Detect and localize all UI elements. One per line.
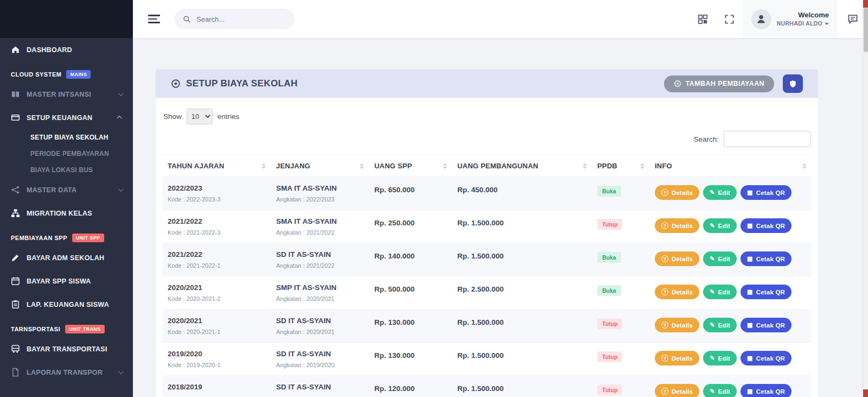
fullscreen-icon bbox=[724, 14, 735, 24]
cetak-qr-button[interactable]: ▦Cetak QR bbox=[741, 351, 792, 366]
details-button[interactable]: ?Details bbox=[655, 384, 699, 397]
qr-code-icon: ▦ bbox=[747, 256, 753, 262]
cell-uang-pembangunan: Rp. 450.000 bbox=[452, 177, 592, 210]
cetak-qr-button[interactable]: ▦Cetak QR bbox=[741, 251, 792, 266]
user-menu[interactable]: Welcome NURHADI ALDO bbox=[743, 0, 838, 38]
cetak-qr-button[interactable]: ▦Cetak QR bbox=[741, 318, 792, 332]
vertical-scrollbar[interactable] bbox=[863, 0, 868, 397]
cell-ppdb: Tutup bbox=[592, 343, 649, 376]
cell-uang-spp: Rp. 140.000 bbox=[369, 243, 452, 276]
edit-button[interactable]: ✎Edit bbox=[703, 285, 737, 299]
sidebar-item-label: LAPORAN TRANSPOR bbox=[27, 369, 103, 376]
column-header-info[interactable]: INFO bbox=[649, 155, 812, 177]
chevron-down-icon bbox=[825, 23, 829, 25]
scroll-up-arrow[interactable] bbox=[863, 0, 868, 8]
sidebar-item-master-data[interactable]: MASTER DATA bbox=[0, 178, 133, 201]
column-header-jenjang[interactable]: JENJANG bbox=[271, 155, 369, 177]
biaya-table: TAHUN AJARANJENJANGUANG SPPUANG PEMBANGU… bbox=[162, 155, 812, 397]
edit-button[interactable]: ✎Edit bbox=[703, 384, 737, 397]
sidebar-item-dashboard[interactable]: DASHBOARD bbox=[0, 38, 133, 61]
hamburger-menu-icon[interactable] bbox=[148, 15, 160, 23]
sidebar-item-master-intsansi[interactable]: MASTER INTSANSI bbox=[0, 83, 133, 106]
column-header-uang-spp[interactable]: UANG SPP bbox=[369, 155, 452, 177]
apps-grid-button[interactable] bbox=[690, 0, 716, 38]
chevron-up-icon bbox=[117, 116, 122, 121]
edit-button[interactable]: ✎Edit bbox=[703, 218, 737, 233]
sort-icon bbox=[802, 163, 807, 169]
sidebar-subitem-biaya-lokasi-bus[interactable]: BIAYA LOKASI BUS bbox=[0, 162, 133, 178]
cell-tahun-ajaran: 2019/2020Kode : 2019-2020-1 bbox=[162, 343, 271, 376]
pen-icon bbox=[11, 253, 20, 262]
setup-biaya-card: SETUP BIAYA SEKOLAH TAMBAH PEMBIAYAAN bbox=[156, 70, 818, 397]
clipboard-icon bbox=[11, 300, 20, 309]
edit-button[interactable]: ✎Edit bbox=[703, 318, 737, 332]
cell-jenjang: SMA IT AS-SYAINAngkatan : 2022/2023 bbox=[271, 177, 369, 210]
scrollbar-thumb[interactable] bbox=[864, 8, 868, 52]
details-button[interactable]: ?Details bbox=[655, 218, 699, 233]
qr-code-icon: ▦ bbox=[747, 190, 753, 196]
details-button[interactable]: ?Details bbox=[655, 285, 699, 299]
cetak-qr-button[interactable]: ▦Cetak QR bbox=[741, 218, 792, 233]
pencil-icon: ✎ bbox=[710, 190, 714, 196]
sidebar-subitem-setup-biaya-sekolah[interactable]: SETUP BIAYA SEKOLAH bbox=[0, 129, 133, 146]
sidebar-subitem-periode-pembayaran[interactable]: PERIODE PEMBAYARAN bbox=[0, 146, 133, 162]
edit-button[interactable]: ✎Edit bbox=[703, 251, 737, 266]
details-button[interactable]: ?Details bbox=[655, 318, 699, 332]
cell-tahun-ajaran: 2022/2023Kode : 2022-2023-3 bbox=[162, 177, 271, 210]
section-label: CLOUD SYSTEM bbox=[11, 71, 61, 78]
cell-uang-spp: Rp. 250.000 bbox=[369, 210, 452, 243]
card-body: Show 10 entries Search: bbox=[156, 98, 818, 397]
shield-icon bbox=[789, 80, 797, 88]
sidebar-item-bayar-spp-siswa[interactable]: BAYAR SPP SISWA bbox=[0, 269, 133, 293]
cell-uang-pembangunan: Rp. 1.500.000 bbox=[452, 343, 592, 376]
page-title: SETUP BIAYA SEKOLAH bbox=[171, 78, 298, 89]
sort-icon bbox=[261, 163, 266, 169]
page-content: SETUP BIAYA SEKOLAH TAMBAH PEMBIAYAAN bbox=[133, 38, 868, 397]
cell-uang-pembangunan: Rp. 2.500.000 bbox=[452, 276, 592, 310]
column-header-ppdb[interactable]: PPDB bbox=[592, 155, 649, 177]
column-header-tahun-ajaran[interactable]: TAHUN AJARAN bbox=[162, 155, 271, 177]
settings-shield-button[interactable] bbox=[783, 74, 803, 93]
qr-code-icon: ▦ bbox=[747, 289, 753, 295]
section-badge: MAINS bbox=[66, 70, 91, 79]
details-button[interactable]: ?Details bbox=[655, 185, 699, 200]
table-search: Search: bbox=[162, 131, 812, 147]
cell-tahun-ajaran: 2018/2019 bbox=[162, 376, 271, 397]
table-search-label: Search: bbox=[693, 135, 719, 143]
sidebar-item-lap-keuangan-siswa[interactable]: LAP. KEUANGAN SISWA bbox=[0, 293, 133, 316]
entries-control: Show 10 entries bbox=[162, 105, 812, 124]
pencil-icon: ✎ bbox=[710, 223, 714, 229]
username-label: NURHADI ALDO bbox=[777, 20, 829, 27]
cell-tahun-ajaran: 2021/2022Kode : 2021-2022-3 bbox=[162, 210, 271, 243]
sidebar-item-bayar-transportasi[interactable]: BAYAR TRANSPORTASI bbox=[0, 337, 133, 361]
scroll-down-arrow[interactable] bbox=[863, 389, 868, 397]
sort-icon bbox=[443, 163, 447, 169]
wallet-icon bbox=[11, 113, 20, 122]
tambah-pembiayaan-button[interactable]: TAMBAH PEMBIAYAAN bbox=[664, 75, 774, 92]
sidebar-item-label: SETUP KEUANGAN bbox=[27, 114, 92, 122]
column-header-uang-pembangunan[interactable]: UANG PEMBANGUNAN bbox=[452, 155, 592, 177]
cetak-qr-button[interactable]: ▦Cetak QR bbox=[741, 285, 792, 299]
page-size-select[interactable]: 10 bbox=[187, 109, 213, 124]
pencil-icon: ✎ bbox=[710, 388, 714, 394]
pencil-icon: ✎ bbox=[710, 256, 714, 262]
cetak-qr-button[interactable]: ▦Cetak QR bbox=[741, 185, 792, 200]
home-icon bbox=[11, 45, 20, 54]
sidebar-section-tarnsportasi: TARNSPORTASIUNIT TRANS bbox=[0, 316, 133, 337]
global-search-input[interactable] bbox=[196, 15, 286, 23]
brand-logo[interactable] bbox=[0, 0, 133, 38]
table-row: 2019/2020Kode : 2019-2020-1SD IT AS-SYAI… bbox=[162, 343, 812, 376]
sidebar-item-setup-keuangan[interactable]: SETUP KEUANGAN bbox=[0, 106, 133, 129]
fullscreen-button[interactable] bbox=[716, 0, 743, 38]
sidebar-item-migration-kelas[interactable]: MIGRATION KELAS bbox=[0, 201, 133, 225]
edit-button[interactable]: ✎Edit bbox=[703, 185, 737, 200]
cell-info: ?Details✎Edit▦Cetak QR bbox=[649, 310, 812, 343]
table-search-input[interactable] bbox=[724, 131, 810, 147]
sidebar-item-bayar-adm-sekolah[interactable]: BAYAR ADM SEKOLAH bbox=[0, 246, 133, 269]
edit-button[interactable]: ✎Edit bbox=[703, 351, 737, 366]
cetak-qr-button[interactable]: ▦Cetak QR bbox=[741, 384, 792, 397]
sort-icon bbox=[360, 163, 364, 169]
sidebar-item-laporan-transpor[interactable]: LAPORAN TRANSPOR bbox=[0, 361, 133, 384]
details-button[interactable]: ?Details bbox=[655, 251, 699, 266]
details-button[interactable]: ?Details bbox=[655, 351, 699, 366]
